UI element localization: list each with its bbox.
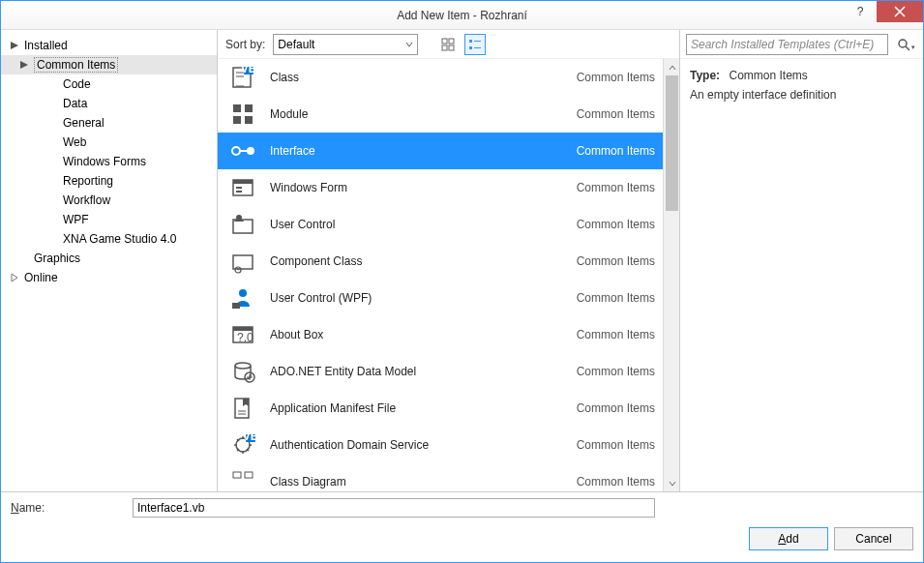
classdiagram-icon — [229, 468, 256, 491]
tree-label: Graphics — [34, 252, 80, 265]
add-button[interactable]: Add — [749, 527, 828, 550]
template-item[interactable]: VBClassCommon Items — [218, 59, 663, 96]
chevron-down-icon: ▾ — [911, 44, 915, 51]
template-name: Class — [270, 71, 563, 84]
detail-type-value: Common Items — [729, 69, 807, 82]
tree-node[interactable]: ▸WPF — [1, 210, 217, 229]
tree-node-common-items[interactable]: Common Items — [1, 55, 217, 74]
detail-type-label: Type: — [690, 69, 720, 82]
view-small-icons-button[interactable] — [464, 34, 486, 55]
bottom-panel: Name: Add Cancel — [1, 491, 923, 562]
svg-rect-0 — [442, 39, 447, 44]
tree-node-installed[interactable]: Installed — [1, 36, 217, 55]
tree-node-online[interactable]: Online — [1, 268, 217, 287]
template-category: Common Items — [577, 475, 655, 489]
tree-label: WPF — [63, 213, 89, 226]
scrollbar[interactable] — [663, 59, 679, 491]
category-tree[interactable]: Installed Common Items ▸Code▸Data▸Genera… — [1, 30, 218, 491]
scroll-thumb[interactable] — [666, 75, 678, 211]
sort-by-label: Sort by: — [225, 38, 265, 51]
template-item[interactable]: Application Manifest FileCommon Items — [218, 390, 663, 427]
tree-node[interactable]: ▸Workflow — [1, 191, 217, 210]
expand-icon[interactable] — [18, 59, 30, 71]
tree-node[interactable]: ▸Reporting — [1, 171, 217, 191]
sort-by-dropdown[interactable]: Default — [273, 34, 418, 55]
template-name: User Control (WPF) — [270, 291, 563, 305]
template-item[interactable]: VBAuthentication Domain ServiceCommon It… — [218, 427, 663, 463]
svg-rect-3 — [449, 45, 454, 50]
tree-node[interactable]: ▸Web — [1, 133, 217, 152]
template-name: Class Diagram — [270, 475, 563, 489]
tree-node[interactable]: ▸Windows Forms — [1, 152, 217, 171]
template-name: User Control — [270, 218, 563, 231]
tree-node[interactable]: ▸Data — [1, 94, 217, 113]
tree-node-graphics[interactable]: ▸ Graphics — [1, 249, 217, 268]
svg-rect-21 — [236, 191, 242, 193]
toolbar: Sort by: Default — [218, 30, 679, 59]
tree-label: Online — [24, 271, 58, 284]
template-name: Component Class — [270, 254, 563, 268]
tree-node[interactable]: ▸General — [1, 113, 217, 133]
svg-rect-2 — [442, 45, 447, 50]
template-category: Common Items — [577, 71, 655, 84]
template-item[interactable]: Component ClassCommon Items — [218, 243, 663, 280]
tree-label: Reporting — [63, 174, 113, 188]
tree-label: Web — [63, 135, 86, 149]
template-name: About Box — [270, 328, 563, 341]
template-category: Common Items — [577, 144, 655, 158]
expand-icon[interactable] — [9, 40, 20, 51]
search-button[interactable]: ▾ — [894, 34, 917, 55]
template-item[interactable]: InterfaceCommon Items — [218, 133, 663, 169]
template-item[interactable]: Windows FormCommon Items — [218, 169, 663, 206]
tree-label: Workflow — [63, 193, 110, 207]
svg-rect-20 — [236, 187, 242, 189]
template-item[interactable]: User ControlCommon Items — [218, 206, 663, 243]
template-item[interactable]: ADO.NET Entity Data ModelCommon Items — [218, 353, 663, 390]
template-item[interactable]: ModuleCommon Items — [218, 96, 663, 133]
expand-icon[interactable] — [9, 272, 20, 283]
svg-rect-12 — [245, 104, 253, 112]
svg-point-25 — [235, 267, 241, 273]
template-category: Common Items — [577, 365, 655, 378]
template-category: Common Items — [577, 328, 655, 341]
svg-rect-4 — [469, 40, 472, 43]
svg-rect-24 — [233, 255, 253, 269]
search-input[interactable] — [691, 38, 883, 51]
template-item[interactable]: ?.0About BoxCommon Items — [218, 316, 663, 353]
search-row: ▾ — [680, 30, 923, 59]
template-item[interactable]: Class DiagramCommon Items — [218, 463, 663, 491]
usercontrol-icon — [229, 211, 256, 238]
tree-label: Installed — [24, 39, 68, 52]
name-input[interactable] — [133, 498, 655, 518]
template-name: Windows Form — [270, 181, 563, 194]
svg-point-17 — [247, 147, 254, 155]
template-name: ADO.NET Entity Data Model — [270, 365, 563, 378]
tree-label: General — [63, 116, 104, 130]
scroll-up-button[interactable] — [664, 59, 680, 75]
template-category: Common Items — [577, 438, 655, 452]
svg-line-42 — [906, 46, 909, 50]
tree-label: Common Items — [34, 57, 118, 73]
svg-rect-11 — [233, 104, 241, 112]
tree-node[interactable]: ▸XNA Game Studio 4.0 — [1, 229, 217, 249]
cancel-button[interactable]: Cancel — [834, 527, 913, 550]
tree-node[interactable]: ▸Code — [1, 74, 217, 94]
template-name: Module — [270, 107, 563, 121]
ado-icon — [229, 358, 256, 385]
template-item[interactable]: User Control (WPF)Common Items — [218, 280, 663, 316]
scroll-down-button[interactable] — [664, 475, 680, 491]
detail-description: An empty interface definition — [690, 88, 913, 102]
interface-icon — [229, 137, 256, 164]
svg-rect-6 — [469, 46, 472, 49]
search-input-wrap[interactable] — [686, 34, 888, 55]
svg-point-26 — [239, 289, 247, 297]
name-label: Name: — [11, 501, 125, 515]
template-list[interactable]: VBClassCommon ItemsModuleCommon ItemsInt… — [218, 59, 663, 491]
close-button[interactable] — [877, 1, 923, 22]
help-button[interactable]: ? — [844, 1, 877, 22]
component-icon — [229, 248, 256, 275]
svg-point-41 — [899, 40, 907, 47]
chevron-down-icon — [405, 38, 413, 51]
view-medium-icons-button[interactable] — [437, 34, 459, 55]
svg-text:?.0: ?.0 — [237, 331, 253, 344]
